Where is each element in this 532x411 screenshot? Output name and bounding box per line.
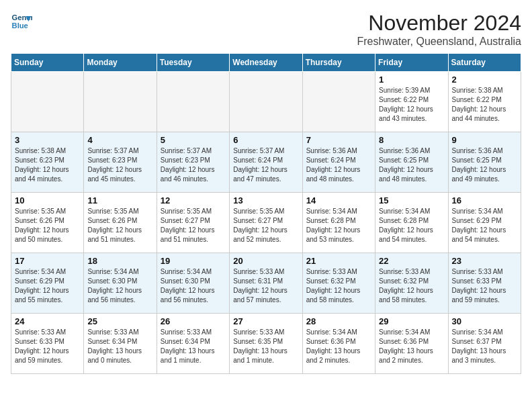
day-number: 26 — [161, 316, 226, 326]
week-row-3: 10Sunrise: 5:35 AM Sunset: 6:26 PM Dayli… — [11, 193, 521, 253]
day-number: 29 — [379, 316, 444, 326]
calendar-cell: 2Sunrise: 5:38 AM Sunset: 6:22 PM Daylig… — [448, 72, 521, 132]
day-number: 28 — [306, 316, 371, 326]
day-info: Sunrise: 5:37 AM Sunset: 6:24 PM Dayligh… — [233, 146, 298, 184]
day-info: Sunrise: 5:33 AM Sunset: 6:35 PM Dayligh… — [233, 328, 298, 365]
calendar-cell: 21Sunrise: 5:33 AM Sunset: 6:32 PM Dayli… — [302, 253, 375, 314]
weekday-header-tuesday: Tuesday — [157, 54, 229, 72]
weekday-header-thursday: Thursday — [302, 54, 375, 72]
calendar-cell — [230, 72, 302, 132]
day-number: 6 — [233, 135, 298, 145]
logo-icon: General Blue — [11, 11, 32, 32]
location-title: Freshwater, Queensland, Australia — [357, 36, 521, 48]
day-info: Sunrise: 5:35 AM Sunset: 6:26 PM Dayligh… — [87, 207, 152, 244]
day-number: 14 — [306, 195, 371, 205]
day-number: 3 — [15, 135, 80, 145]
day-info: Sunrise: 5:34 AM Sunset: 6:30 PM Dayligh… — [87, 267, 152, 305]
day-info: Sunrise: 5:33 AM Sunset: 6:32 PM Dayligh… — [306, 267, 371, 305]
calendar-cell: 9Sunrise: 5:36 AM Sunset: 6:25 PM Daylig… — [448, 132, 521, 193]
day-number: 27 — [233, 316, 298, 326]
calendar-cell: 20Sunrise: 5:33 AM Sunset: 6:31 PM Dayli… — [230, 253, 302, 314]
day-number: 2 — [452, 75, 517, 85]
day-info: Sunrise: 5:35 AM Sunset: 6:27 PM Dayligh… — [161, 207, 226, 244]
weekday-header-friday: Friday — [375, 54, 448, 72]
day-info: Sunrise: 5:33 AM Sunset: 6:33 PM Dayligh… — [15, 328, 80, 365]
calendar-cell: 11Sunrise: 5:35 AM Sunset: 6:26 PM Dayli… — [84, 193, 157, 253]
day-number: 8 — [379, 135, 444, 145]
calendar-cell: 5Sunrise: 5:37 AM Sunset: 6:23 PM Daylig… — [157, 132, 229, 193]
calendar-cell: 10Sunrise: 5:35 AM Sunset: 6:26 PM Dayli… — [11, 193, 84, 253]
calendar-cell: 7Sunrise: 5:36 AM Sunset: 6:24 PM Daylig… — [302, 132, 375, 193]
month-title: November 2024 — [357, 11, 521, 36]
day-info: Sunrise: 5:33 AM Sunset: 6:34 PM Dayligh… — [87, 328, 152, 365]
calendar-cell — [157, 72, 229, 132]
weekday-header-wednesday: Wednesday — [230, 54, 302, 72]
day-number: 17 — [15, 256, 80, 266]
calendar-cell: 23Sunrise: 5:33 AM Sunset: 6:33 PM Dayli… — [448, 253, 521, 314]
day-info: Sunrise: 5:36 AM Sunset: 6:24 PM Dayligh… — [306, 146, 371, 184]
day-number: 5 — [161, 135, 226, 145]
calendar-cell: 24Sunrise: 5:33 AM Sunset: 6:33 PM Dayli… — [11, 314, 84, 374]
calendar-cell: 26Sunrise: 5:33 AM Sunset: 6:34 PM Dayli… — [157, 314, 229, 374]
day-info: Sunrise: 5:33 AM Sunset: 6:32 PM Dayligh… — [379, 267, 444, 305]
calendar-cell: 22Sunrise: 5:33 AM Sunset: 6:32 PM Dayli… — [375, 253, 448, 314]
calendar-cell: 27Sunrise: 5:33 AM Sunset: 6:35 PM Dayli… — [230, 314, 302, 374]
calendar-cell: 30Sunrise: 5:34 AM Sunset: 6:37 PM Dayli… — [448, 314, 521, 374]
calendar-cell: 3Sunrise: 5:38 AM Sunset: 6:23 PM Daylig… — [11, 132, 84, 193]
day-number: 21 — [306, 256, 371, 266]
day-info: Sunrise: 5:34 AM Sunset: 6:29 PM Dayligh… — [15, 267, 80, 305]
calendar-cell — [302, 72, 375, 132]
calendar-table: SundayMondayTuesdayWednesdayThursdayFrid… — [11, 53, 521, 374]
day-number: 13 — [233, 195, 298, 205]
weekday-header-monday: Monday — [84, 54, 157, 72]
calendar-cell — [84, 72, 157, 132]
week-row-4: 17Sunrise: 5:34 AM Sunset: 6:29 PM Dayli… — [11, 253, 521, 314]
day-info: Sunrise: 5:38 AM Sunset: 6:23 PM Dayligh… — [15, 146, 80, 184]
calendar-cell: 29Sunrise: 5:34 AM Sunset: 6:36 PM Dayli… — [375, 314, 448, 374]
title-area: November 2024 Freshwater, Queensland, Au… — [357, 11, 521, 48]
week-row-5: 24Sunrise: 5:33 AM Sunset: 6:33 PM Dayli… — [11, 314, 521, 374]
calendar-cell: 13Sunrise: 5:35 AM Sunset: 6:27 PM Dayli… — [230, 193, 302, 253]
day-info: Sunrise: 5:34 AM Sunset: 6:37 PM Dayligh… — [452, 328, 517, 365]
weekday-header-saturday: Saturday — [448, 54, 521, 72]
day-number: 23 — [452, 256, 517, 266]
day-number: 11 — [87, 195, 152, 205]
day-info: Sunrise: 5:34 AM Sunset: 6:36 PM Dayligh… — [306, 328, 371, 365]
day-number: 16 — [452, 195, 517, 205]
day-number: 24 — [15, 316, 80, 326]
day-info: Sunrise: 5:36 AM Sunset: 6:25 PM Dayligh… — [452, 146, 517, 184]
calendar-cell: 8Sunrise: 5:36 AM Sunset: 6:25 PM Daylig… — [375, 132, 448, 193]
calendar-cell: 16Sunrise: 5:34 AM Sunset: 6:29 PM Dayli… — [448, 193, 521, 253]
day-info: Sunrise: 5:34 AM Sunset: 6:36 PM Dayligh… — [379, 328, 444, 365]
calendar-cell: 15Sunrise: 5:34 AM Sunset: 6:28 PM Dayli… — [375, 193, 448, 253]
calendar-cell: 17Sunrise: 5:34 AM Sunset: 6:29 PM Dayli… — [11, 253, 84, 314]
day-number: 18 — [87, 256, 152, 266]
day-info: Sunrise: 5:37 AM Sunset: 6:23 PM Dayligh… — [87, 146, 152, 184]
day-info: Sunrise: 5:33 AM Sunset: 6:33 PM Dayligh… — [452, 267, 517, 305]
day-number: 20 — [233, 256, 298, 266]
day-number: 19 — [161, 256, 226, 266]
calendar-cell: 19Sunrise: 5:34 AM Sunset: 6:30 PM Dayli… — [157, 253, 229, 314]
day-number: 1 — [379, 75, 444, 85]
day-number: 12 — [161, 195, 226, 205]
calendar-cell: 18Sunrise: 5:34 AM Sunset: 6:30 PM Dayli… — [84, 253, 157, 314]
day-info: Sunrise: 5:34 AM Sunset: 6:29 PM Dayligh… — [452, 207, 517, 244]
day-info: Sunrise: 5:35 AM Sunset: 6:26 PM Dayligh… — [15, 207, 80, 244]
day-number: 30 — [452, 316, 517, 326]
calendar-cell: 12Sunrise: 5:35 AM Sunset: 6:27 PM Dayli… — [157, 193, 229, 253]
header: General Blue November 2024 Freshwater, Q… — [11, 11, 521, 48]
logo: General Blue — [11, 11, 32, 32]
day-info: Sunrise: 5:33 AM Sunset: 6:34 PM Dayligh… — [161, 328, 226, 365]
day-info: Sunrise: 5:36 AM Sunset: 6:25 PM Dayligh… — [379, 146, 444, 184]
calendar-cell: 25Sunrise: 5:33 AM Sunset: 6:34 PM Dayli… — [84, 314, 157, 374]
calendar-cell: 28Sunrise: 5:34 AM Sunset: 6:36 PM Dayli… — [302, 314, 375, 374]
day-number: 10 — [15, 195, 80, 205]
day-number: 25 — [87, 316, 152, 326]
calendar-cell: 4Sunrise: 5:37 AM Sunset: 6:23 PM Daylig… — [84, 132, 157, 193]
day-number: 4 — [87, 135, 152, 145]
day-number: 7 — [306, 135, 371, 145]
week-row-2: 3Sunrise: 5:38 AM Sunset: 6:23 PM Daylig… — [11, 132, 521, 193]
calendar-cell: 1Sunrise: 5:39 AM Sunset: 6:22 PM Daylig… — [375, 72, 448, 132]
day-info: Sunrise: 5:34 AM Sunset: 6:28 PM Dayligh… — [379, 207, 444, 244]
calendar-cell: 14Sunrise: 5:34 AM Sunset: 6:28 PM Dayli… — [302, 193, 375, 253]
